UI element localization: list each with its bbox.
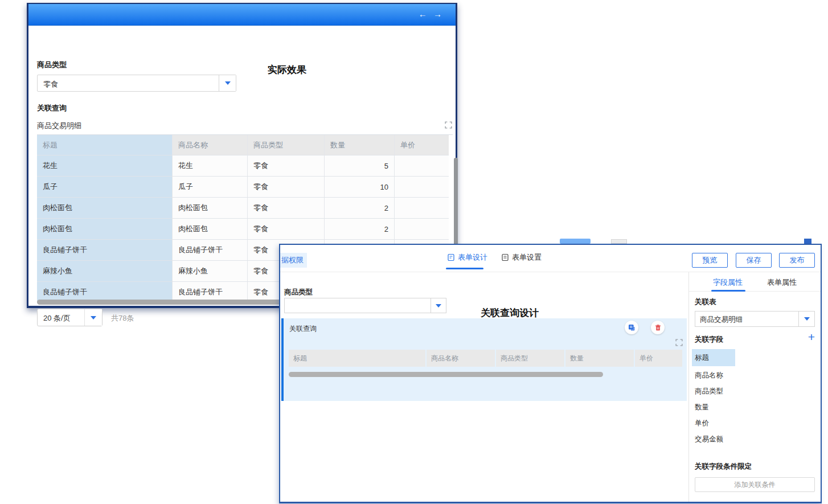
tab-field-properties[interactable]: 字段属性 [713, 277, 743, 288]
field-item-qty[interactable]: 数量 [695, 399, 815, 415]
related-table-value: 商品交易明细 [700, 315, 743, 325]
chevron-down-icon[interactable] [798, 312, 814, 326]
form-design-icon [447, 253, 455, 261]
field-item-title[interactable]: 标题 [692, 349, 735, 366]
tab-form-settings[interactable]: 表单设置 [501, 252, 542, 263]
page-size-value: 20 条/页 [43, 313, 71, 323]
column-header[interactable]: 商品名称 [427, 350, 495, 367]
design-window-header: 据权限 表单设计 表单设置 预览 保存 发布 [280, 245, 821, 272]
nav-arrows: ← → [415, 9, 442, 19]
product-type-label: 商品类型 [37, 60, 67, 70]
cell-name: 瓜子 [173, 177, 248, 198]
delete-widget-button[interactable] [651, 321, 665, 334]
copy-icon [628, 324, 636, 331]
field-item-name[interactable]: 商品名称 [695, 367, 815, 383]
cell-price [395, 177, 449, 198]
nav-forward-icon[interactable]: → [433, 9, 442, 19]
related-fields-label: 关联字段 [695, 335, 723, 343]
tab-data-permission[interactable]: 据权限 [280, 253, 307, 268]
tab-label: 表单设计 [458, 252, 487, 263]
table-row[interactable]: 瓜子 瓜子 零食 10 [37, 177, 453, 198]
page-size-select[interactable]: 20 条/页 [37, 309, 103, 326]
table-row[interactable]: 肉松面包 肉松面包 零食 2 [37, 198, 453, 219]
total-count: 共78条 [111, 313, 134, 323]
add-condition-button[interactable]: 添加关联条件 [695, 477, 815, 492]
product-type-select[interactable]: 零食 [37, 75, 236, 92]
cell-qty: 2 [325, 219, 395, 240]
chevron-down-icon[interactable] [84, 309, 102, 326]
field-item-type[interactable]: 商品类型 [695, 383, 815, 399]
column-header[interactable]: 单价 [635, 350, 682, 367]
cell-type: 零食 [248, 177, 325, 198]
column-header[interactable]: 数量 [325, 135, 395, 155]
cell-title: 花生 [37, 155, 173, 177]
column-header[interactable]: 标题 [289, 350, 425, 367]
cell-price [395, 155, 449, 177]
column-header[interactable]: 数量 [565, 350, 634, 367]
design-caption: 关联查询设计 [481, 306, 539, 319]
trash-icon [654, 324, 662, 331]
tab-form-properties[interactable]: 表单属性 [767, 277, 797, 288]
cell-title: 肉松面包 [37, 198, 173, 219]
expand-icon[interactable] [445, 121, 452, 129]
publish-button[interactable]: 发布 [779, 253, 815, 268]
add-field-icon[interactable]: + [808, 331, 815, 343]
cell-name: 肉松面包 [173, 198, 248, 219]
cell-price [395, 198, 449, 219]
related-fields-header: 关联字段 + [695, 335, 815, 345]
chevron-down-icon[interactable] [219, 75, 236, 91]
background-fragment [611, 239, 627, 244]
properties-panel: 字段属性 表单属性 关联表 商品交易明细 关联字段 + 标题 [688, 272, 821, 502]
result-caption: 实际效果 [268, 63, 306, 76]
expand-icon[interactable] [675, 339, 683, 346]
related-query-label: 关联查询 [37, 103, 67, 113]
column-header[interactable]: 标题 [37, 135, 173, 155]
nav-back-icon[interactable]: ← [419, 9, 427, 19]
cell-name: 麻辣小鱼 [173, 261, 248, 282]
column-header[interactable]: 商品名称 [173, 135, 248, 155]
design-window-body: 商品类型 关联查询设计 关联查询 [280, 272, 821, 502]
tab-label: 表单设置 [512, 252, 542, 263]
field-item-price[interactable]: 单价 [695, 415, 815, 431]
related-query-widget[interactable]: 关联查询 [281, 318, 687, 401]
column-header[interactable]: 单价 [395, 135, 449, 155]
cell-type: 零食 [248, 219, 325, 240]
save-button[interactable]: 保存 [736, 253, 772, 268]
cell-title: 良品铺子饼干 [37, 240, 173, 261]
result-window-titlebar: ← → [28, 4, 456, 26]
panel-content: 关联表 商品交易明细 关联字段 + 标题 商品名称 商品类型 数量 单价 交易金… [689, 292, 821, 504]
form-settings-icon [501, 253, 509, 261]
panel-tabs: 字段属性 表单属性 [689, 272, 821, 292]
cell-name: 花生 [173, 155, 248, 177]
column-header[interactable]: 商品类型 [248, 135, 325, 155]
preview-button[interactable]: 预览 [692, 253, 728, 268]
table-header-row: 标题 商品名称 商品类型 数量 单价 [37, 135, 453, 155]
column-header[interactable]: 商品类型 [496, 350, 564, 367]
table-row[interactable]: 花生 花生 零食 5 [37, 155, 453, 177]
chevron-down-icon[interactable] [431, 298, 446, 313]
cell-qty: 2 [325, 198, 395, 219]
cell-qty: 10 [325, 177, 395, 198]
table-row[interactable]: 肉松面包 肉松面包 零食 2 [37, 219, 453, 240]
table-title: 商品交易明细 [37, 121, 81, 131]
cell-type: 零食 [248, 155, 325, 177]
tab-label: 字段属性 [713, 278, 743, 286]
cell-title: 麻辣小鱼 [37, 261, 173, 282]
horizontal-scrollbar[interactable] [289, 372, 603, 377]
related-query-label: 关联查询 [289, 324, 317, 334]
cell-price [395, 219, 449, 240]
related-table-select[interactable]: 商品交易明细 [695, 311, 815, 327]
product-type-label: 商品类型 [284, 288, 313, 297]
duplicate-widget-button[interactable] [625, 321, 638, 334]
cell-type: 零食 [248, 198, 325, 219]
related-table-label: 关联表 [695, 297, 815, 307]
condition-label: 关联字段条件限定 [695, 462, 815, 472]
background-fragment [804, 239, 811, 244]
field-item-amount[interactable]: 交易金额 [695, 431, 815, 447]
product-type-select[interactable] [284, 298, 446, 313]
cell-name: 良品铺子饼干 [173, 240, 248, 261]
product-type-value: 零食 [43, 79, 58, 89]
tab-form-design[interactable]: 表单设计 [447, 252, 487, 263]
design-canvas: 商品类型 关联查询设计 关联查询 [280, 272, 688, 502]
design-window: 据权限 表单设计 表单设置 预览 保存 发布 [279, 244, 822, 503]
